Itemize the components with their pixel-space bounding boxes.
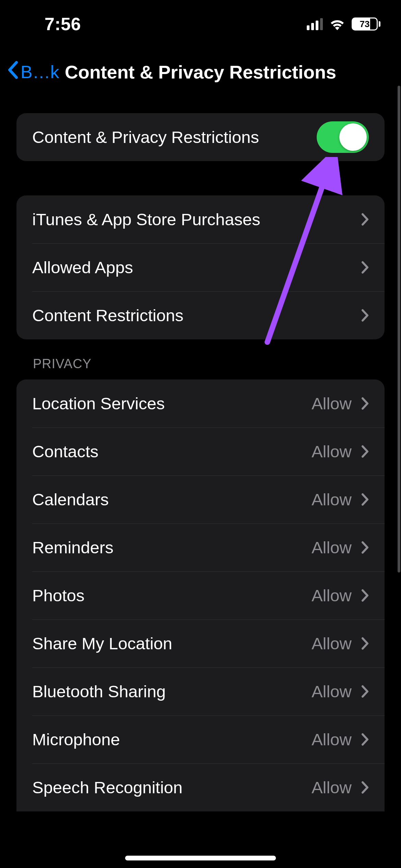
battery-level: 73 [353,19,377,29]
row-label: Content & Privacy Restrictions [32,128,259,147]
bluetooth-sharing-row[interactable]: Bluetooth Sharing Allow [16,667,385,715]
itunes-app-store-purchases-row[interactable]: iTunes & App Store Purchases [16,195,385,243]
chevron-right-icon [361,309,369,322]
row-label: Content Restrictions [32,306,183,325]
contacts-row[interactable]: Contacts Allow [16,427,385,475]
row-value: Allow [312,490,352,509]
row-label: Microphone [32,730,120,749]
chevron-right-icon [361,445,369,458]
content-privacy-restrictions-row[interactable]: Content & Privacy Restrictions [16,113,385,161]
row-label: Bluetooth Sharing [32,682,166,701]
allowed-apps-row[interactable]: Allowed Apps [16,243,385,291]
row-label: Location Services [32,394,165,413]
chevron-right-icon [361,589,369,602]
row-value: Allow [312,730,352,749]
settings-group-main-toggle: Content & Privacy Restrictions [16,113,385,161]
scroll-indicator [398,86,400,572]
photos-row[interactable]: Photos Allow [16,571,385,619]
battery-icon: 73 [352,17,380,31]
chevron-right-icon [361,733,369,746]
chevron-right-icon [361,637,369,650]
row-value: Allow [312,634,352,653]
toggle-knob [339,123,367,151]
location-services-row[interactable]: Location Services Allow [16,379,385,427]
settings-group-content: iTunes & App Store Purchases Allowed App… [16,195,385,339]
calendars-row[interactable]: Calendars Allow [16,475,385,523]
row-label: Speech Recognition [32,778,183,797]
chevron-right-icon [361,493,369,506]
share-my-location-row[interactable]: Share My Location Allow [16,619,385,667]
status-time: 7:56 [45,14,81,34]
row-label: Photos [32,586,85,605]
chevron-right-icon [361,261,369,274]
wifi-icon [329,18,345,30]
content-privacy-toggle[interactable] [317,121,369,153]
speech-recognition-row[interactable]: Speech Recognition Allow [16,763,385,811]
chevron-right-icon [361,213,369,226]
back-button[interactable]: B…k [7,60,59,84]
chevron-right-icon [361,541,369,554]
row-value: Allow [312,538,352,557]
back-label: B…k [21,62,59,82]
status-icons: 73 [307,17,380,31]
row-value: Allow [312,442,352,461]
row-label: Contacts [32,442,98,461]
chevron-right-icon [361,781,369,794]
row-label: Allowed Apps [32,258,133,277]
cellular-signal-icon [307,18,323,30]
row-label: Share My Location [32,634,172,653]
content-restrictions-row[interactable]: Content Restrictions [16,291,385,339]
status-bar: 7:56 73 [0,0,401,48]
chevron-right-icon [361,397,369,410]
row-value: Allow [312,682,352,701]
row-value: Allow [312,586,352,605]
reminders-row[interactable]: Reminders Allow [16,523,385,571]
row-label: iTunes & App Store Purchases [32,210,260,229]
row-label: Calendars [32,490,109,509]
chevron-right-icon [361,685,369,698]
page-title: Content & Privacy Restrictions [65,61,336,83]
row-value: Allow [312,778,352,797]
content-area: Content & Privacy Restrictions iTunes & … [0,113,401,868]
nav-bar: B…k Content & Privacy Restrictions [0,53,401,91]
microphone-row[interactable]: Microphone Allow [16,715,385,763]
row-label: Reminders [32,538,113,557]
privacy-section-header: Privacy [16,357,385,379]
chevron-left-icon [7,60,19,84]
settings-group-privacy: Location Services Allow Contacts Allow C… [16,379,385,811]
home-indicator[interactable] [125,856,276,860]
row-value: Allow [312,394,352,413]
